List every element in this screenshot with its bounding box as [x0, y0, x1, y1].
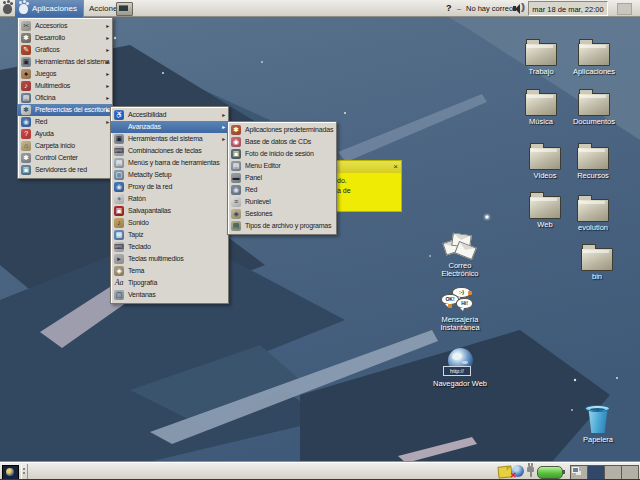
menu-item-foto-de-inicio-de-sesion[interactable]: ▣Foto de inicio de sesión [228, 148, 336, 160]
typography-icon: Aa [114, 278, 124, 288]
office-icon: ▤ [21, 93, 31, 103]
submenu-arrow-icon: ▸ [106, 116, 109, 128]
menu-item-red[interactable]: ◉Red▸ [18, 116, 112, 128]
workspace-cell-2[interactable] [588, 466, 605, 479]
theme-icon: ◈ [114, 266, 124, 276]
workspace-cell-4[interactable] [622, 466, 638, 479]
menu-item-graficos[interactable]: ✎Gráficos▸ [18, 44, 112, 56]
menu-item-label: Desarrollo [35, 32, 65, 44]
menu-item-tipografia[interactable]: AaTipografía [111, 277, 228, 289]
menu-item-desarrollo[interactable]: ✱Desarrollo▸ [18, 32, 112, 44]
menu-item-red[interactable]: ◉Red [228, 184, 336, 196]
menu-item-label: Juegos [35, 68, 56, 80]
menu-item-runlevel[interactable]: ≡Runlevel [228, 196, 336, 208]
menu-item-ventanas[interactable]: ▢Ventanas [111, 289, 228, 301]
menu-item-oficina[interactable]: ▤Oficina▸ [18, 92, 112, 104]
menu-item-label: Proxy de la red [128, 181, 172, 193]
advanced-submenu: ✱Aplicaciones predeterminadas◉Base de da… [227, 121, 337, 235]
network-offline-icon[interactable] [512, 465, 524, 477]
desktop-folder-evolution[interactable]: evolution [557, 194, 629, 232]
menu-item-label: Menús y barra de herramientas [128, 157, 219, 169]
menu-item-servidores-de-red[interactable]: ▣Servidores de red [18, 164, 112, 176]
desktop-folder-aplicaciones[interactable]: Aplicaciones [558, 38, 630, 76]
submenu-arrow-icon: ▸ [106, 104, 109, 116]
menu-item-label: Gráficos [35, 44, 59, 56]
tray-icon[interactable] [617, 3, 632, 15]
desktop-screen: TrabajoAplicacionesMúsicaDocumentosVideo… [0, 0, 640, 480]
power-plug-icon [527, 466, 534, 472]
menu-item-menus-y-barra-de-herramientas[interactable]: ▤Menús y barra de herramientas [111, 157, 228, 169]
taskbar-launcher-icon[interactable] [2, 465, 19, 480]
workspace-cell-3[interactable] [605, 466, 622, 479]
mail-envelopes-icon [442, 232, 478, 260]
desktop-launcher-papelera[interactable]: Papelera [562, 404, 634, 444]
menu-item-metacity-setup[interactable]: ▢Metacity Setup [111, 169, 228, 181]
battery-monitor-icon[interactable] [537, 466, 563, 479]
menu-item-avanzadas[interactable]: Avanzadas▸ [111, 121, 228, 133]
menu-item-label: Menu Editor [245, 160, 281, 172]
panel-icon: ▬ [231, 173, 241, 183]
menu-item-accesibilidad[interactable]: ♿Accesibilidad▸ [111, 109, 228, 121]
menu-item-multimedios[interactable]: ♪Multimedios▸ [18, 80, 112, 92]
desktop-folder-recursos[interactable]: Recursos [557, 142, 629, 180]
menu-item-teclas-multimedios[interactable]: ▸Teclas multimedios [111, 253, 228, 265]
menu-editor-icon: ▤ [231, 161, 241, 171]
panel-handle[interactable] [21, 464, 28, 479]
menu-item-juegos[interactable]: ♠Juegos▸ [18, 68, 112, 80]
menu-item-herramientas-del-sistema[interactable]: ▣Herramientas del sistema▸ [111, 133, 228, 145]
menu-item-herramientas-del-sistema[interactable]: ▣Herramientas del sistema▸ [18, 56, 112, 68]
menu-item-raton[interactable]: ⌖Ratón [111, 193, 228, 205]
menu-item-proxy-de-la-red[interactable]: ◉Proxy de la red [111, 181, 228, 193]
menu-item-combinaciones-de-teclas[interactable]: ⌨Combinaciones de teclas [111, 145, 228, 157]
menu-item-tipos-de-archivo-y-programas[interactable]: ▤Tipos de archivo y programas [228, 220, 336, 232]
monitor-launcher-icon[interactable] [116, 2, 133, 16]
workspace-switcher[interactable] [570, 465, 639, 480]
help-icon: ? [21, 129, 31, 139]
submenu-arrow-icon: ▸ [106, 20, 109, 32]
close-icon[interactable]: × [393, 162, 398, 172]
menu-item-label: Base de datos de CDs [245, 136, 311, 148]
menu-item-base-de-datos-de-cds[interactable]: ◉Base de datos de CDs [228, 136, 336, 148]
menu-item-tapiz[interactable]: ▦Tapiz [111, 229, 228, 241]
menu-item-label: Salvapantallas [128, 205, 171, 217]
desktop-folder-bin[interactable]: bin [561, 243, 633, 281]
mini-window [572, 467, 579, 473]
keyboard-shortcuts-icon: ⌨ [114, 146, 124, 156]
menu-item-sesiones[interactable]: ◈Sesiones [228, 208, 336, 220]
menu-item-label: Carpeta inicio [35, 140, 75, 152]
gnome-foot-icon [3, 4, 12, 14]
menu-item-teclado[interactable]: ⌨Teclado [111, 241, 228, 253]
icon-label: bin [561, 273, 633, 281]
menu-item-sonido[interactable]: ♪Sonido [111, 217, 228, 229]
cd-database-icon: ◉ [231, 137, 241, 147]
menu-item-menu-editor[interactable]: ▤Menu Editor [228, 160, 336, 172]
workspace-cell-1[interactable] [571, 466, 588, 479]
menu-item-ayuda[interactable]: ?Ayuda [18, 128, 112, 140]
icon-label: Documentos [558, 118, 630, 126]
desktop-folder-documentos[interactable]: Documentos [558, 88, 630, 126]
desktop-launcher-correo-electronico[interactable]: Correo Electrónico [424, 232, 496, 278]
menu-item-aplicaciones-predeterminadas[interactable]: ✱Aplicaciones predeterminadas [228, 124, 336, 136]
graphics-icon: ✎ [21, 45, 31, 55]
menu-item-label: Ventanas [128, 289, 156, 301]
system-tools-icon: ▣ [21, 57, 31, 67]
icon-label: Correo Electrónico [424, 262, 496, 278]
menu-item-label: Sonido [128, 217, 149, 229]
submenu-arrow-icon: ▸ [106, 44, 109, 56]
volume-icon[interactable]: )) [513, 3, 527, 14]
menu-item-carpeta-inicio[interactable]: ⌂Carpeta inicio [18, 140, 112, 152]
menu-item-control-center[interactable]: ✱Control Center [18, 152, 112, 164]
desktop-launcher-navegador-web[interactable]: http://Navegador Web [424, 348, 496, 388]
mail-status-text: No hay correo. [466, 4, 515, 13]
menu-item-accesorios[interactable]: ✂Accesorios▸ [18, 20, 112, 32]
applications-menu-button[interactable]: Aplicaciones [15, 0, 84, 17]
chat-bubbles-icon: :-)OK!Hi! [440, 287, 480, 314]
desktop-launcher-mensajeria-instantanea[interactable]: :-)OK!Hi!Mensajería Instantánea [424, 287, 496, 332]
menu-item-tema[interactable]: ◈Tema [111, 265, 228, 277]
menu-item-preferencias-del-escritorio[interactable]: ✱Preferencias del escritorio▸ [18, 104, 112, 116]
menu-item-panel[interactable]: ▬Panel [228, 172, 336, 184]
help-indicator-icon[interactable]: ? [446, 3, 452, 13]
accessories-icon: ✂ [21, 21, 31, 31]
menu-item-salvapantallas[interactable]: ▣Salvapantallas [111, 205, 228, 217]
clock-applet[interactable]: mar 18 de mar, 22:00 [528, 1, 608, 16]
